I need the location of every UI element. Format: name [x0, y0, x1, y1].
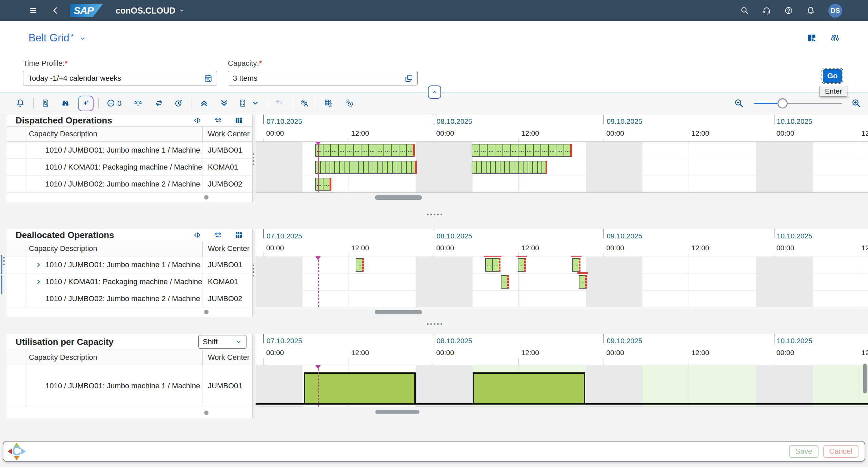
- expand-columns-icon[interactable]: [193, 116, 201, 124]
- timeline-date-label: 09.10.2025: [607, 117, 642, 125]
- zoom-out-button[interactable]: [734, 98, 744, 108]
- chevron-right-icon[interactable]: [35, 278, 42, 286]
- table-horizontal-scrollbar[interactable]: [204, 195, 209, 200]
- value-help-icon[interactable]: [405, 74, 413, 83]
- expand-all-button[interactable]: [220, 99, 229, 108]
- gantt-horizontal-scrollbar[interactable]: [375, 410, 419, 414]
- notifications-bell-icon[interactable]: [806, 6, 815, 15]
- fit-width-icon[interactable]: [214, 116, 222, 124]
- table-row[interactable]: 1010 / JUMBO01: Jumbo machine 1 / Machin…: [7, 142, 252, 159]
- dispatched-operation-bar[interactable]: [472, 161, 547, 174]
- binoculars-button[interactable]: [61, 99, 70, 108]
- zoom-in-button[interactable]: [851, 98, 861, 108]
- adapt-filters-icon[interactable]: [830, 33, 840, 43]
- timeline-date-label: 09.10.2025: [607, 232, 642, 240]
- dispatched-operation-bar[interactable]: [315, 161, 417, 174]
- table-row[interactable]: 1010 / JUMBO01: Jumbo machine 1 / Machin…: [7, 256, 252, 273]
- row-selector-cell[interactable]: [7, 273, 25, 290]
- gantt-vertical-scrollbar[interactable]: [863, 364, 867, 393]
- collapse-filter-bar-button[interactable]: [428, 85, 441, 99]
- navigate-back-icon[interactable]: [51, 6, 60, 15]
- menu-icon[interactable]: [29, 6, 38, 15]
- zoom-slider-handle[interactable]: [777, 98, 788, 109]
- remove-zero-button[interactable]: [106, 99, 115, 108]
- table-row[interactable]: 1010 / JUMBO02: Jumbo machine 2 / Machin…: [7, 290, 252, 307]
- dropdown-button[interactable]: [251, 99, 260, 108]
- row-selector-cell[interactable]: [7, 290, 25, 307]
- non-working-band: [586, 256, 643, 307]
- splitter-drag-handle[interactable]: [253, 265, 254, 276]
- zoom-slider[interactable]: [754, 103, 842, 104]
- document-search-button[interactable]: [41, 99, 50, 108]
- chevron-right-icon[interactable]: [35, 261, 42, 269]
- operation-segment: ...: [518, 144, 526, 157]
- collapse-all-button[interactable]: [200, 99, 209, 108]
- settings-button[interactable]: [345, 99, 354, 108]
- document-list-button[interactable]: [238, 99, 247, 108]
- non-working-band: [756, 365, 813, 407]
- gantt-chart-area[interactable]: [256, 365, 868, 407]
- overdue-end-marker: [546, 161, 547, 174]
- undo-button[interactable]: [275, 99, 283, 108]
- fit-width-icon[interactable]: [214, 231, 222, 239]
- row-selector-cell[interactable]: [7, 256, 25, 273]
- gantt-horizontal-scrollbar[interactable]: [375, 310, 422, 314]
- deallocated-operation-block[interactable]: ...: [579, 275, 587, 289]
- dispatched-operation-bar[interactable]: .......................................: [472, 144, 572, 157]
- granularity-select[interactable]: Shift: [198, 335, 246, 349]
- move-mode-logo-icon[interactable]: C: [9, 443, 25, 460]
- table-row[interactable]: 1010 / JUMBO01: Jumbo machine 1 / Machin…: [7, 365, 252, 407]
- gantt-chart-area[interactable]: .....................: [256, 256, 868, 307]
- support-headset-icon[interactable]: [762, 6, 771, 15]
- notifications-button[interactable]: [16, 99, 25, 108]
- product-switcher[interactable]: conOS.CLOUD: [116, 6, 185, 16]
- save-button[interactable]: Save: [789, 445, 818, 458]
- table-horizontal-scrollbar[interactable]: [204, 310, 209, 314]
- deallocated-operation-block[interactable]: ...: [356, 258, 363, 272]
- gantt-chart-area[interactable]: ........................................…: [256, 142, 868, 193]
- left-edge-drag-handle[interactable]: [3, 257, 5, 265]
- table-row[interactable]: 1010 / JUMBO02: Jumbo machine 2 / Machin…: [7, 176, 252, 193]
- calendar-search-icon[interactable]: [204, 74, 213, 83]
- gantt-horizontal-scrollbar[interactable]: [375, 195, 422, 200]
- panel-resize-handle[interactable]: [427, 323, 442, 325]
- row-selector-cell[interactable]: [7, 365, 25, 407]
- dispatched-operation-bar[interactable]: ......: [315, 178, 331, 191]
- operation-segment: ...: [315, 178, 323, 191]
- layout-icon[interactable]: [807, 33, 816, 43]
- deallocated-operation-block[interactable]: ......: [485, 258, 500, 272]
- scale-button[interactable]: [134, 99, 142, 108]
- table-settings-button[interactable]: [324, 99, 333, 108]
- show-table-icon[interactable]: [235, 116, 243, 124]
- dispatched-operation-bar[interactable]: .......................................: [315, 144, 415, 157]
- timeline-hour-label: 00:00: [266, 349, 284, 357]
- deadline-marker: [516, 256, 527, 257]
- ai-assistant-button[interactable]: [78, 96, 94, 111]
- row-selector-cell[interactable]: [7, 142, 25, 158]
- row-selector-cell[interactable]: [7, 159, 25, 175]
- deallocated-operation-block[interactable]: ...: [572, 258, 580, 272]
- help-icon[interactable]: [784, 6, 793, 15]
- time-star-button[interactable]: [174, 99, 183, 108]
- go-button[interactable]: Go: [823, 69, 842, 83]
- panel-resize-handle[interactable]: [427, 214, 442, 215]
- repeat-button[interactable]: [155, 99, 163, 108]
- expand-columns-icon[interactable]: [193, 231, 201, 239]
- splitter-drag-handle[interactable]: [253, 153, 254, 165]
- search-icon[interactable]: [740, 6, 749, 15]
- deallocated-operation-block[interactable]: ...: [518, 258, 526, 272]
- cancel-button[interactable]: Cancel: [823, 445, 859, 458]
- row-selector-cell[interactable]: [7, 176, 25, 192]
- user-settings-button[interactable]: [300, 99, 309, 108]
- deallocated-operation-block[interactable]: ...: [501, 275, 509, 289]
- sap-logo[interactable]: SAP: [70, 4, 103, 17]
- show-table-icon[interactable]: [235, 231, 243, 239]
- time-profile-input[interactable]: [23, 74, 204, 83]
- table-row[interactable]: 1010 / KOMA01: Packaging machine / Machi…: [7, 273, 252, 290]
- page-title-menu[interactable]: Belt Grid *: [28, 32, 86, 44]
- timeline-hour-label: 00:00: [776, 349, 794, 357]
- table-row[interactable]: 1010 / KOMA01: Packaging machine / Machi…: [7, 159, 252, 176]
- table-horizontal-scrollbar[interactable]: [204, 410, 209, 415]
- capacity-input[interactable]: [228, 74, 405, 83]
- avatar[interactable]: DS: [828, 4, 842, 18]
